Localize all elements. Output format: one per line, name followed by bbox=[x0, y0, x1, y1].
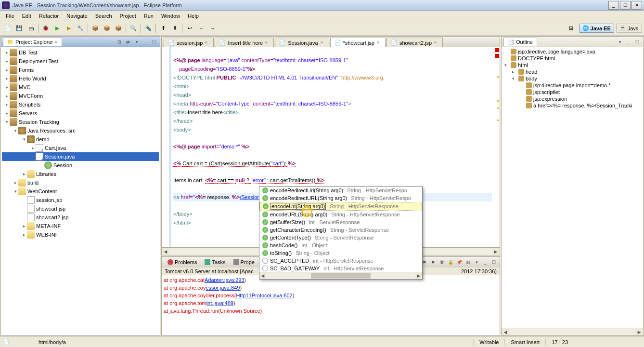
tree-item[interactable]: session.jsp bbox=[2, 196, 159, 204]
tree-item[interactable]: Session bbox=[2, 161, 159, 170]
tree-item[interactable]: ▸Libraries bbox=[2, 170, 159, 178]
tree-item[interactable]: ▾Session.java bbox=[2, 152, 159, 161]
project-explorer-tree[interactable]: ▸DB Test▸Deployment Test▸Forms▸Hello Wor… bbox=[1, 47, 160, 335]
link-editor-button[interactable]: ⇄ bbox=[124, 38, 132, 46]
menu-navigate[interactable]: Navigate bbox=[63, 12, 91, 20]
outline-item[interactable]: ▾html bbox=[502, 62, 642, 68]
tree-item[interactable]: ▸build bbox=[2, 178, 159, 187]
save-all-button[interactable]: 🗃 bbox=[26, 23, 36, 34]
minimize-bottom-button[interactable]: _ bbox=[481, 258, 489, 266]
menu-window[interactable]: Window bbox=[157, 12, 184, 20]
tree-item[interactable]: ▸Hello World bbox=[2, 74, 159, 83]
menu-file[interactable]: File bbox=[2, 12, 18, 20]
tree-item[interactable]: ▸MVCForm bbox=[2, 92, 159, 100]
editor-tab[interactable]: 📄Insert title here✕ bbox=[215, 38, 274, 47]
external-tools-button[interactable]: 🔧 bbox=[75, 23, 86, 34]
open-type-button[interactable]: 🔍 bbox=[128, 23, 139, 34]
back-button[interactable]: ← bbox=[196, 23, 206, 34]
editor-tab[interactable]: 📄Session.java✕ bbox=[275, 38, 329, 47]
new-dynamic-button[interactable]: 📦 bbox=[113, 23, 124, 34]
outline-item[interactable]: a href=<%= response. %>/Session_Tracki bbox=[502, 102, 642, 109]
maximize-button[interactable]: ☐ bbox=[620, 1, 631, 10]
menu-edit[interactable]: Edit bbox=[18, 12, 35, 20]
outline-item[interactable]: jsp:scriptlet bbox=[502, 89, 642, 95]
autocomplete-item[interactable]: getBufferSize() int - ServletResponse bbox=[259, 218, 422, 226]
outline-item[interactable]: jsp:directive.page language=java bbox=[502, 48, 642, 55]
autocomplete-hscroll[interactable]: ◄► bbox=[259, 272, 422, 279]
new-enterprise-button[interactable]: 📦 bbox=[102, 23, 112, 34]
close-button[interactable]: ✕ bbox=[631, 1, 642, 10]
tab-properties[interactable]: Prope bbox=[230, 258, 258, 266]
clear-console-button[interactable]: 🗑 bbox=[438, 258, 446, 266]
autocomplete-item[interactable]: encodeRedirectUrl(String arg0) String - … bbox=[259, 187, 422, 194]
collapse-all-button[interactable]: ⊟ bbox=[116, 38, 123, 46]
tree-item[interactable]: ▸MVC bbox=[2, 83, 159, 92]
outline-item[interactable]: ▾body bbox=[502, 75, 642, 82]
tree-item[interactable]: showcart2.jsp bbox=[2, 213, 159, 222]
editor-tab[interactable]: 📄*showcart.jsp✕ bbox=[330, 38, 386, 47]
autocomplete-item[interactable]: toString() String - Object bbox=[259, 249, 422, 257]
autocomplete-item[interactable]: hashCode() int - Object bbox=[259, 241, 422, 249]
outline-item[interactable]: jsp:expression bbox=[502, 95, 642, 102]
autocomplete-item[interactable]: SC_BAD_GATEWAY int - HttpServletResponse bbox=[259, 265, 422, 272]
last-edit-button[interactable]: ↩ bbox=[184, 23, 195, 34]
close-icon[interactable]: ✕ bbox=[54, 40, 58, 44]
console-output[interactable]: at org.apache.catAdapter.java:293) at or… bbox=[162, 275, 500, 335]
maximize-view-button[interactable]: ☐ bbox=[150, 38, 158, 46]
tree-item[interactable]: ▸Deployment Test bbox=[2, 57, 159, 66]
open-console-button[interactable]: ▾ bbox=[473, 258, 480, 266]
menu-project[interactable]: Project bbox=[116, 12, 140, 20]
minimize-view-button[interactable]: _ bbox=[142, 38, 149, 46]
outline-maximize-button[interactable]: ☐ bbox=[633, 38, 641, 46]
outline-item[interactable]: ▸head bbox=[502, 68, 642, 75]
annotation-prev-button[interactable]: ⬆ bbox=[158, 23, 168, 34]
forward-button[interactable]: → bbox=[207, 23, 218, 34]
outline-item[interactable]: jsp:directive.page import=demo.* bbox=[502, 82, 642, 89]
run-button[interactable]: ▶ bbox=[52, 23, 63, 34]
pin-console-button[interactable]: 📌 bbox=[455, 258, 463, 266]
outline-horizontal-scrollbar[interactable]: ◄► bbox=[502, 328, 643, 335]
tree-item[interactable]: ▾demo bbox=[2, 135, 159, 144]
outline-tree[interactable]: jsp:directive.page language=javaDOCTYPE:… bbox=[502, 47, 643, 328]
minimize-button[interactable]: _ bbox=[608, 1, 619, 10]
autocomplete-item[interactable]: encodeURL(String arg0) String - HttpServ… bbox=[259, 211, 422, 218]
tree-item[interactable]: ▾WebContent bbox=[2, 187, 159, 196]
autocomplete-item[interactable]: encodeRedirectURL(String arg0) String - … bbox=[259, 194, 422, 202]
close-icon[interactable]: ✕ bbox=[265, 40, 270, 45]
maximize-bottom-button[interactable]: ☐ bbox=[490, 258, 498, 266]
editor-tab[interactable]: 📄session.jsp✕ bbox=[164, 38, 214, 47]
new-button[interactable]: 📄 bbox=[2, 23, 13, 34]
tree-item[interactable]: ▾Session Tracking bbox=[2, 118, 159, 126]
open-perspective-button[interactable]: ⊞ bbox=[566, 23, 577, 34]
menu-refactor[interactable]: Refactor bbox=[35, 12, 63, 20]
new-server-button[interactable]: 📦 bbox=[90, 23, 101, 34]
tree-item[interactable]: ▸DB Test bbox=[2, 48, 159, 57]
autocomplete-list[interactable]: encodeRedirectUrl(String arg0) String - … bbox=[259, 187, 422, 272]
tree-item[interactable]: ▸Cart.java bbox=[2, 144, 159, 152]
display-console-button[interactable]: ▥ bbox=[464, 258, 472, 266]
autocomplete-item[interactable]: encodeUrl(String arg0) String - HttpServ… bbox=[259, 202, 422, 211]
tree-item[interactable]: ▸META-INF bbox=[2, 222, 159, 230]
tree-item[interactable]: ▸WEB-INF bbox=[2, 230, 159, 239]
view-menu-button[interactable]: ▾ bbox=[133, 38, 141, 46]
menu-search[interactable]: Search bbox=[91, 12, 116, 20]
run-last-button[interactable]: ▶ bbox=[64, 23, 74, 34]
autocomplete-popup[interactable]: encodeRedirectUrl(String arg0) String - … bbox=[259, 186, 423, 280]
tree-item[interactable]: ▸Forms bbox=[2, 66, 159, 74]
debug-button[interactable]: 🐞 bbox=[40, 23, 51, 34]
project-explorer-tab[interactable]: 📁Project Explorer✕ bbox=[3, 38, 62, 46]
outline-menu-button[interactable]: ▾ bbox=[616, 38, 624, 46]
scroll-lock-button[interactable]: 🔒 bbox=[447, 258, 454, 266]
perspective-java[interactable]: ☕Java bbox=[616, 24, 642, 33]
outline-item[interactable]: DOCTYPE:html bbox=[502, 55, 642, 62]
outline-tab[interactable]: 📑Outline bbox=[503, 38, 537, 46]
tree-item[interactable]: ▸Scriptlets bbox=[2, 100, 159, 109]
close-icon[interactable]: ✕ bbox=[376, 40, 381, 45]
autocomplete-item[interactable]: getCharacterEncoding() String - ServletR… bbox=[259, 226, 422, 234]
autocomplete-item[interactable]: SC_ACCEPTED int - HttpServletResponse bbox=[259, 257, 422, 265]
tab-problems[interactable]: Problems bbox=[164, 258, 201, 266]
close-icon[interactable]: ✕ bbox=[434, 40, 438, 45]
perspective-javaee[interactable]: 🌐Java EE bbox=[579, 24, 614, 33]
close-icon[interactable]: ✕ bbox=[205, 40, 209, 45]
tab-tasks[interactable]: Tasks bbox=[201, 258, 229, 266]
